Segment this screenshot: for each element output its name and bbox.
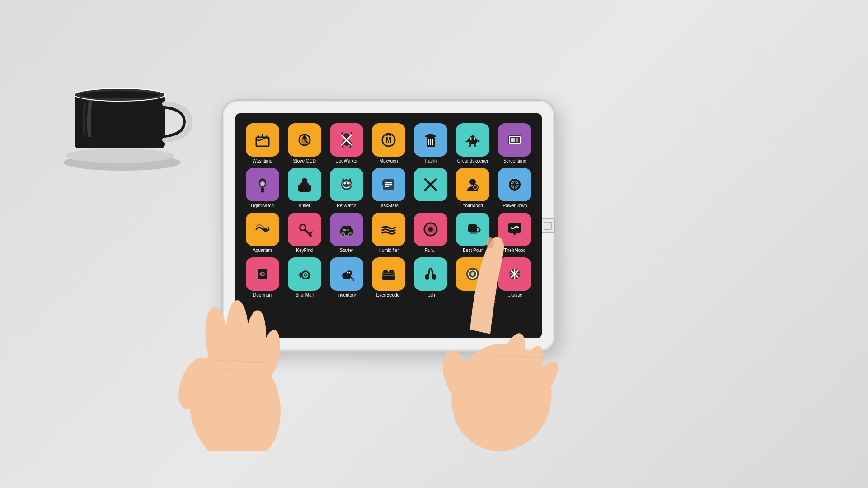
yourmood-icon-bg — [456, 168, 489, 201]
tastic-icon — [505, 264, 525, 284]
snailmail-icon — [295, 264, 314, 284]
svg-rect-58 — [342, 226, 351, 229]
home-button-inner — [544, 222, 552, 230]
svg-rect-70 — [468, 226, 477, 232]
app-grid: Washtime Stove OCD — [244, 123, 534, 297]
hidden2-icon-bg — [456, 257, 489, 291]
app-evenbedder[interactable]: EvenBedder — [370, 257, 407, 297]
butler-icon — [295, 175, 314, 195]
app-run[interactable]: Run... — [412, 213, 450, 253]
svg-point-82 — [349, 272, 350, 274]
svg-point-90 — [432, 274, 436, 280]
evenbedder-icon — [379, 264, 399, 284]
svg-point-99 — [513, 273, 516, 275]
svg-rect-17 — [425, 135, 436, 137]
app-petwatch[interactable]: PetWatch — [328, 168, 365, 208]
svg-point-22 — [468, 137, 477, 144]
home-button[interactable] — [540, 218, 555, 233]
humidifier-label: Humidifier — [378, 248, 399, 253]
tablet: Washtime Stove OCD — [221, 99, 556, 352]
theirmood-icon-bg — [498, 213, 531, 246]
app-t-hidden[interactable]: T... — [412, 168, 450, 208]
app-doorman[interactable]: Doorman — [244, 257, 281, 297]
svg-point-62 — [349, 233, 352, 236]
app-inventory[interactable]: Inventory — [328, 257, 365, 297]
app-yourmood[interactable]: YourMood — [454, 168, 492, 208]
hidden2-icon — [463, 264, 483, 284]
app-keyfind[interactable]: KeyFind — [286, 213, 323, 253]
taskstats-icon-bg — [372, 168, 405, 201]
app-butler[interactable]: Butler — [286, 168, 323, 208]
snailmail-label: SnailMail — [295, 293, 314, 297]
bestpour-icon — [463, 219, 483, 239]
starter-label: Starter — [340, 248, 353, 253]
app-screentime[interactable]: Screentime — [496, 123, 534, 163]
tastic-icon-bg — [498, 257, 531, 291]
inventory-label: Inventory — [337, 293, 356, 297]
app-humidifier[interactable]: Humidifier — [370, 213, 407, 253]
app-taskstats[interactable]: TaskStats — [370, 168, 407, 208]
app-snailmail[interactable]: SnailMail — [286, 257, 323, 297]
t-hidden-icon-bg — [414, 168, 447, 201]
trashy-icon — [421, 130, 441, 150]
app-dogwalker[interactable]: DogWalker — [328, 123, 365, 163]
doorman-label: Doorman — [253, 293, 272, 297]
svg-rect-84 — [382, 274, 395, 280]
app-stoveocd[interactable]: Stove OCD — [286, 123, 323, 163]
stoveocd-icon — [295, 130, 314, 150]
aquarium-label: Aquarium — [253, 248, 272, 253]
svg-rect-63 — [343, 229, 346, 231]
svg-rect-86 — [383, 270, 388, 273]
app-trashy[interactable]: Trashy — [412, 123, 450, 163]
svg-point-60 — [342, 233, 344, 236]
powerdown-icon — [505, 175, 525, 195]
svg-point-1 — [66, 149, 174, 163]
butler-icon-bg — [288, 168, 321, 201]
washtime-label: Washtime — [253, 158, 272, 163]
svg-point-24 — [474, 138, 475, 140]
taskstats-icon — [379, 175, 399, 195]
evenbedder-label: EvenBedder — [376, 293, 401, 297]
aquarium-icon-bg — [246, 213, 279, 246]
app-tastic[interactable]: ...tastic — [496, 257, 534, 297]
svg-point-46 — [474, 186, 477, 189]
sh-hidden-label: ...sh — [427, 293, 435, 297]
moxygen-label: Moxygen — [380, 158, 398, 163]
theirmood-label: TheirMood — [504, 248, 526, 253]
svg-rect-32 — [299, 190, 310, 192]
app-groundskeeper[interactable]: Groundskeeper — [454, 123, 492, 163]
aquarium-icon — [253, 219, 272, 239]
app-starter[interactable]: Starter — [328, 213, 365, 253]
svg-point-43 — [428, 182, 433, 187]
app-washtime[interactable]: Washtime — [244, 123, 281, 163]
app-sh-hidden[interactable]: ...sh — [412, 257, 450, 297]
svg-text:M: M — [385, 136, 391, 144]
app-aquarium[interactable]: Aquarium — [244, 213, 281, 253]
svg-rect-64 — [347, 229, 349, 231]
svg-rect-71 — [470, 232, 477, 234]
lightswitch-icon — [253, 175, 272, 195]
svg-point-54 — [300, 225, 305, 230]
stoveocd-icon-bg — [288, 123, 321, 157]
coffee-cup — [50, 27, 194, 172]
inventory-icon-bg — [330, 257, 363, 291]
app-hidden2[interactable] — [454, 257, 492, 297]
app-theirmood[interactable]: TheirMood — [496, 213, 534, 253]
svg-point-68 — [429, 228, 432, 231]
app-bestpour[interactable]: Best Pour — [454, 213, 492, 253]
starter-icon-bg — [330, 213, 363, 246]
lightswitch-label: LightSwitch — [251, 203, 274, 208]
svg-rect-28 — [516, 138, 518, 142]
powerdown-label: PowerDown — [502, 203, 527, 208]
screentime-icon — [505, 130, 525, 150]
run-icon-bg — [414, 213, 447, 246]
keyfind-icon — [295, 219, 314, 239]
app-powerdown[interactable]: PowerDown — [496, 168, 534, 208]
taskstats-label: TaskStats — [379, 203, 398, 208]
app-lightswitch[interactable]: LightSwitch — [244, 168, 281, 208]
screentime-icon-bg — [498, 123, 531, 157]
snailmail-icon-bg — [288, 257, 321, 291]
petwatch-icon — [337, 175, 357, 195]
app-moxygen[interactable]: M Moxygen — [370, 123, 407, 163]
doorman-icon-bg — [246, 257, 279, 291]
